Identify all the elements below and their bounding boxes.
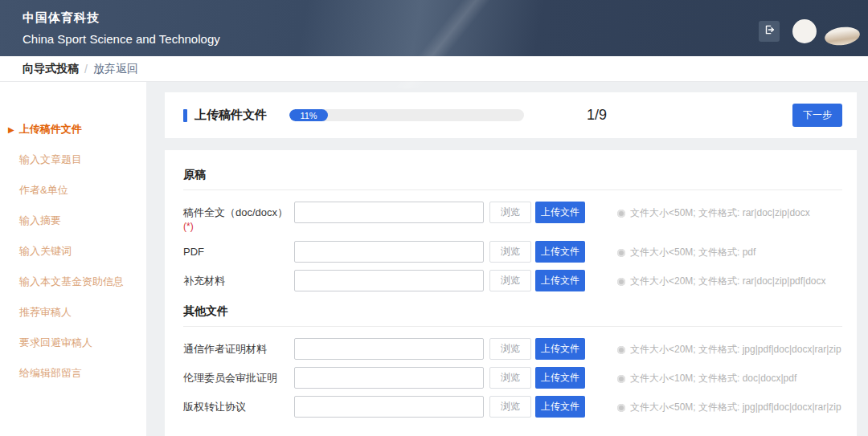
file-hint: 文件大小<20M; 文件格式: jpg|pdf|doc|docx|rar|zip — [617, 338, 841, 357]
upload-button[interactable]: 上传文件 — [535, 396, 585, 418]
page-indicator: 1/9 — [587, 107, 607, 124]
browse-button[interactable]: 浏览 — [489, 338, 531, 360]
form-row-corresponding-author-proof: 通信作者证明材料 浏览 上传文件 文件大小<20M; 文件格式: jpg|pdf… — [183, 338, 842, 360]
sidebar-item-label: 上传稿件文件 — [19, 122, 82, 137]
sidebar-item-label: 输入文章题目 — [19, 153, 82, 167]
form-row-manuscript-fulltext: 稿件全文（doc/docx） (*) 浏览 上传文件 文件大小<50M; 文件格… — [183, 202, 842, 234]
step-title: 上传稿件文件 — [194, 108, 267, 123]
info-icon — [617, 249, 625, 257]
field-label: 补充材料 — [183, 270, 294, 287]
browse-button[interactable]: 浏览 — [489, 367, 531, 389]
info-icon — [617, 210, 625, 218]
supplementary-file-input[interactable] — [294, 270, 484, 291]
field-label: PDF — [183, 241, 294, 259]
field-label: 伦理委员会审批证明 — [183, 367, 294, 385]
progress-bar: 11% — [289, 109, 524, 121]
info-icon — [617, 278, 625, 286]
upload-form-card: 原稿 稿件全文（doc/docx） (*) 浏览 上传文件 文件大小<50M; … — [165, 150, 857, 436]
file-hint: 文件大小<50M; 文件格式: jpg|pdf|doc|docx|rar|zip — [617, 396, 841, 414]
upload-button[interactable]: 上传文件 — [535, 338, 585, 360]
next-step-button-top[interactable]: 下一步 — [792, 104, 842, 127]
field-label: 通信作者证明材料 — [183, 338, 294, 356]
sidebar-item-label: 输入本文基金资助信息 — [19, 275, 124, 289]
sidebar-item-authors-affiliations[interactable]: 作者&单位 — [19, 175, 146, 206]
app-banner: 中国体育科技 China Sport Science and Technolog… — [0, 0, 868, 56]
section-title-original: 原稿 — [183, 168, 842, 182]
sidebar-item-label: 输入摘要 — [19, 214, 61, 228]
info-icon — [617, 375, 625, 383]
logout-button[interactable] — [759, 21, 780, 42]
file-hint: 文件大小<10M; 文件格式: doc|docx|pdf — [617, 367, 796, 385]
sidebar-item-label: 作者&单位 — [19, 183, 68, 198]
active-caret-icon: ▶ — [8, 125, 14, 134]
sidebar-item-label: 输入关键词 — [19, 244, 72, 259]
section-title-other-files: 其他文件 — [183, 304, 842, 319]
form-row-pdf: PDF 浏览 上传文件 文件大小<50M; 文件格式: pdf — [183, 241, 842, 263]
app-title-en: China Sport Science and Technology — [23, 32, 868, 46]
sidebar-item-label: 给编辑部留言 — [19, 366, 82, 381]
upload-button[interactable]: 上传文件 — [535, 241, 585, 263]
required-mark: (*) — [183, 221, 194, 232]
field-label: 稿件全文（doc/docx） (*) — [183, 202, 294, 234]
avatar[interactable] — [792, 19, 817, 43]
sidebar-item-article-title[interactable]: 输入文章题目 — [19, 145, 146, 175]
sidebar-item-keywords[interactable]: 输入关键词 — [19, 236, 146, 267]
divider — [183, 189, 842, 190]
avatar-decoration — [824, 25, 862, 47]
ethics-approval-file-input[interactable] — [294, 367, 484, 389]
sidebar-item-label: 推荐审稿人 — [19, 305, 72, 320]
field-label: 版权转让协议 — [183, 396, 294, 414]
fulltext-file-input[interactable] — [294, 202, 484, 223]
upload-button[interactable]: 上传文件 — [535, 270, 585, 291]
main-content: 上传稿件文件 11% 1/9 下一步 原稿 稿件全文（doc/docx） (*)… — [146, 82, 868, 436]
divider — [183, 326, 842, 327]
progress-fill: 11% — [289, 109, 328, 121]
sidebar-item-recommend-reviewers[interactable]: 推荐审稿人 — [19, 297, 146, 328]
info-icon — [617, 346, 625, 354]
banner-actions — [759, 18, 860, 45]
author-proof-file-input[interactable] — [294, 338, 484, 360]
browse-button[interactable]: 浏览 — [489, 202, 531, 223]
file-hint: 文件大小<50M; 文件格式: rar|doc|zip|docx — [617, 202, 810, 220]
form-row-ethics-approval: 伦理委员会审批证明 浏览 上传文件 文件大小<10M; 文件格式: doc|do… — [183, 367, 842, 389]
sidebar-item-abstract[interactable]: 输入摘要 — [19, 206, 146, 236]
browse-button[interactable]: 浏览 — [489, 396, 531, 418]
sidebar-item-avoid-reviewers[interactable]: 要求回避审稿人 — [19, 328, 146, 358]
copyright-file-input[interactable] — [294, 396, 484, 418]
breadcrumb-separator: / — [84, 63, 88, 75]
browse-button[interactable]: 浏览 — [489, 270, 531, 291]
file-hint: 文件大小<50M; 文件格式: pdf — [617, 241, 755, 259]
app-title-zh: 中国体育科技 — [23, 10, 868, 26]
pdf-file-input[interactable] — [294, 241, 484, 263]
upload-button[interactable]: 上传文件 — [535, 202, 585, 223]
abandon-return-link[interactable]: 放弃返回 — [93, 62, 138, 76]
section-marker-icon — [183, 109, 187, 122]
info-icon — [617, 404, 625, 412]
breadcrumb: 向导式投稿 / 放弃返回 — [0, 56, 868, 82]
sidebar-item-message-to-editors[interactable]: 给编辑部留言 — [19, 358, 146, 389]
wizard-step-sidebar: ▶ 上传稿件文件 输入文章题目 作者&单位 输入摘要 输入关键词 输入本文基金资… — [0, 82, 146, 436]
step-header-card: 上传稿件文件 11% 1/9 下一步 — [165, 92, 857, 138]
file-hint: 文件大小<20M; 文件格式: rar|doc|zip|pdf|docx — [617, 270, 826, 288]
logout-icon — [764, 24, 775, 39]
upload-button[interactable]: 上传文件 — [535, 367, 585, 389]
sidebar-item-fund-info[interactable]: 输入本文基金资助信息 — [19, 267, 146, 297]
breadcrumb-current: 向导式投稿 — [23, 62, 79, 76]
sidebar-item-upload-files[interactable]: ▶ 上传稿件文件 — [19, 114, 146, 145]
form-row-supplementary: 补充材料 浏览 上传文件 文件大小<20M; 文件格式: rar|doc|zip… — [183, 270, 842, 291]
browse-button[interactable]: 浏览 — [489, 241, 531, 263]
sidebar-item-label: 要求回避审稿人 — [19, 336, 92, 350]
form-row-copyright-transfer: 版权转让协议 浏览 上传文件 文件大小<50M; 文件格式: jpg|pdf|d… — [183, 396, 842, 418]
